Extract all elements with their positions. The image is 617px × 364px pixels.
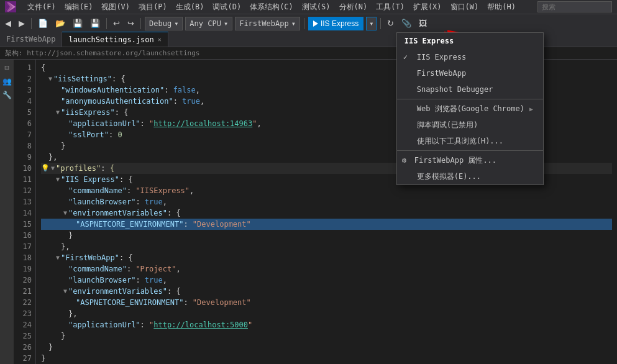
submenu-arrow-icon: ▶: [529, 106, 533, 112]
dropdown-item-iis-express-label: IIS Express: [417, 53, 466, 61]
menu-help[interactable]: 帮助(H): [483, 1, 519, 14]
iis-express-dropdown[interactable]: ▾: [366, 17, 377, 30]
code-line-19: "commandName": "Project",: [41, 263, 612, 275]
iis-express-menu: IIS Express IIS Express FirstWebApp Snap…: [396, 32, 544, 185]
vs-logo: [5, 1, 16, 12]
breadcrumb-text: 架构: http://json.schemastore.org/launchse…: [5, 48, 199, 58]
menu-window[interactable]: 窗口(W): [447, 1, 483, 14]
gear-icon: ⚙: [402, 156, 406, 165]
menu-build[interactable]: 生成(B): [172, 1, 208, 14]
undo-button[interactable]: ↩: [111, 16, 122, 31]
dropdown-item-snapshot-label: Snapshot Debugger: [417, 85, 493, 94]
menu-tools[interactable]: 工具(T): [372, 1, 408, 14]
attach-button[interactable]: 📎: [399, 16, 414, 31]
code-line-20: "launchBrowser": true,: [41, 275, 612, 286]
menu-bar: 文件(F) 编辑(E) 视图(V) 项目(P) 生成(B) 调试(D) 体系结构…: [24, 1, 519, 14]
tab-firstwebapp-label: FirstWebApp: [6, 35, 55, 43]
code-line-15: "ASPNETCORE_ENVIRONMENT": "Development": [41, 219, 612, 230]
menu-analyze[interactable]: 分析(N): [336, 1, 372, 14]
menu-test[interactable]: 测试(S): [298, 1, 334, 14]
dropdown-item-iis-express[interactable]: IIS Express: [397, 49, 543, 65]
solution-explorer-icon[interactable]: ⊟: [1, 62, 12, 73]
open-button[interactable]: 📂: [53, 16, 68, 31]
dropdown-sep-1: [397, 99, 543, 99]
back-button[interactable]: ◀: [2, 16, 14, 31]
dropdown-item-firstwebapp-label: FirstWebApp: [417, 69, 466, 78]
dropdown-item-more-emulators[interactable]: 更多模拟器(E)...: [397, 168, 543, 184]
forward-button[interactable]: ▶: [16, 16, 27, 31]
menu-file[interactable]: 文件(F): [24, 1, 60, 14]
dropdown-item-script-debug-label: 脚本调试(已禁用): [417, 120, 478, 130]
tab-launchsettings-label: launchSettings.json: [68, 35, 153, 44]
redo-button[interactable]: ↪: [125, 16, 137, 31]
team-explorer-icon[interactable]: 👥: [1, 76, 12, 87]
search-input[interactable]: [537, 1, 612, 12]
toolbar-sep-3: [140, 18, 141, 29]
code-line-21: ▼"environmentVariables": {: [41, 286, 612, 297]
menu-debug[interactable]: 调试(D): [209, 1, 245, 14]
dropdown-item-properties-label: FirstWebApp 属性...: [414, 155, 496, 166]
toolbar-sep-2: [106, 18, 107, 29]
code-line-26: }: [41, 342, 612, 353]
dropdown-header-iis-express[interactable]: IIS Express: [397, 33, 543, 49]
code-line-24: "applicationUrl": "http://localhost:5000…: [41, 319, 612, 330]
project-dropdown[interactable]: FirstWebApp ▾: [235, 17, 300, 30]
code-line-23: },: [41, 308, 612, 319]
menu-edit[interactable]: 编辑(E): [61, 1, 97, 14]
tab-close-icon[interactable]: ✕: [158, 36, 162, 43]
dropdown-item-chrome-label: Web 浏览器(Google Chrome): [417, 104, 524, 114]
code-line-17: },: [41, 241, 612, 252]
dropdown-item-snapshot[interactable]: Snapshot Debugger: [397, 81, 543, 98]
line-numbers: 1 2 3 4 5 6 7 8 9 10 11 12 13 14 15 16 1…: [14, 60, 36, 364]
debug-config-dropdown[interactable]: Debug ▾: [145, 17, 183, 30]
dropdown-item-properties[interactable]: ⚙ FirstWebApp 属性...: [397, 152, 543, 168]
title-bar: 文件(F) 编辑(E) 视图(V) 项目(P) 生成(B) 调试(D) 体系结构…: [0, 0, 617, 14]
toolbar: ◀ ▶ 📄 📂 💾 💾 ↩ ↪ Debug ▾ Any CPU ▾ FirstW…: [0, 14, 617, 32]
dropdown-item-more-emulators-label: 更多模拟器(E)...: [417, 171, 481, 182]
refresh-button[interactable]: ↻: [385, 16, 396, 31]
iis-express-label: IIS Express: [321, 19, 359, 28]
code-line-18: ▼"FirstWebApp": {: [41, 252, 612, 263]
menu-project[interactable]: 项目(P): [135, 1, 171, 14]
dropdown-sep-2: [397, 150, 543, 151]
menu-view[interactable]: 视图(V): [98, 1, 134, 14]
screenshot-button[interactable]: 🖼: [416, 16, 429, 31]
app-window: 文件(F) 编辑(E) 视图(V) 项目(P) 生成(B) 调试(D) 体系结构…: [0, 0, 617, 364]
dropdown-item-chrome[interactable]: Web 浏览器(Google Chrome) ▶: [397, 101, 543, 117]
cpu-config-dropdown[interactable]: Any CPU ▾: [185, 17, 232, 30]
properties-icon[interactable]: 🔧: [1, 89, 12, 101]
menu-extensions[interactable]: 扩展(X): [409, 1, 446, 14]
dropdown-arrow-icon: ▾: [369, 19, 373, 28]
code-line-14: ▼"environmentVariables": {: [41, 207, 612, 219]
save-button[interactable]: 💾: [70, 16, 85, 31]
dropdown-header-label: IIS Express: [404, 37, 454, 45]
code-line-27: }: [41, 353, 612, 364]
new-project-button[interactable]: 📄: [35, 16, 50, 31]
toolbar-sep-4: [304, 18, 304, 29]
dropdown-item-browse-with[interactable]: 使用以下工具浏览(H)...: [397, 133, 543, 149]
code-line-13: "launchBrowser": true,: [41, 196, 612, 207]
title-bar-right: [537, 1, 612, 12]
dropdown-item-browse-with-label: 使用以下工具浏览(H)...: [417, 136, 503, 147]
code-line-25: }: [41, 330, 612, 342]
code-line-16: }: [41, 230, 612, 241]
save-all-button[interactable]: 💾: [88, 16, 103, 31]
dropdown-item-firstwebapp[interactable]: FirstWebApp: [397, 65, 543, 81]
dropdown-item-script-debug[interactable]: 脚本调试(已禁用): [397, 117, 543, 133]
activity-bar: ⊟ 👥 🔧: [0, 60, 14, 364]
run-triangle-icon: [313, 20, 318, 27]
code-line-22: "ASPNETCORE_ENVIRONMENT": "Development": [41, 297, 612, 308]
tab-launchsettings[interactable]: launchSettings.json ✕: [62, 32, 168, 47]
tab-firstwebapp[interactable]: FirstWebApp: [0, 32, 62, 47]
toolbar-sep-5: [380, 18, 381, 29]
iis-express-run-button[interactable]: IIS Express: [308, 17, 363, 30]
menu-arch[interactable]: 体系结构(C): [246, 1, 297, 14]
toolbar-sep-1: [31, 18, 32, 29]
code-line-12: "commandName": "IISExpress",: [41, 185, 612, 196]
